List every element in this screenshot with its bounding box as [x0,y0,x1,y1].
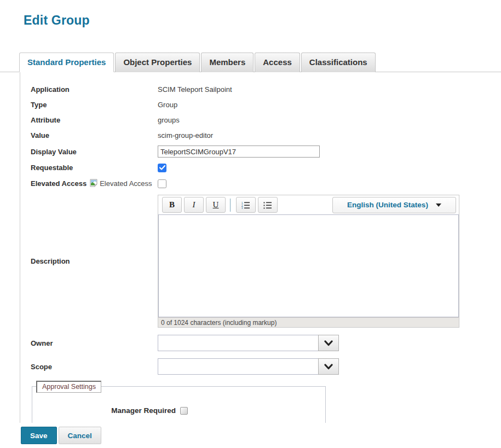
elevated-access-checkbox[interactable] [158,179,166,188]
check-icon [159,165,165,170]
elevated-access-label-text: Elevated Access [31,179,87,188]
tab-access[interactable]: Access [255,53,300,72]
cancel-button[interactable]: Cancel [59,427,101,444]
tab-classifications[interactable]: Classifications [301,53,376,72]
owner-label: Owner [31,339,158,347]
value-row: Value scim-group-editor [20,130,501,141]
footer-toolbar: Save Cancel [0,423,501,448]
type-row: Type Group [20,100,501,110]
display-value-row: Display Value [20,146,501,158]
application-label: Application [31,85,158,94]
tab-object-properties[interactable]: Object Properties [115,53,200,72]
description-label: Description [31,257,158,265]
scope-input[interactable] [158,358,318,375]
italic-button[interactable]: I [184,197,204,213]
requestable-checkbox[interactable] [158,164,166,172]
description-row: Description B I U 1 2 3 [20,195,501,328]
ordered-list-button[interactable]: 1 2 3 [236,197,256,213]
elevated-access-alt-text: Elevated Access [100,179,152,188]
owner-input[interactable] [158,335,318,351]
application-value: SCIM Teleport Sailpoint [158,85,232,94]
description-editor: B I U 1 2 3 [158,195,459,328]
language-dropdown[interactable]: English (United States) [332,197,456,213]
elevated-access-label: Elevated Access Elevated Access [31,179,158,188]
attribute-value: groups [158,116,180,124]
owner-row: Owner [20,335,501,351]
type-label: Type [31,101,158,109]
description-text-area[interactable] [158,214,459,317]
application-row: Application SCIM Teleport Sailpoint [20,84,501,95]
chevron-down-icon [324,364,333,370]
toolbar-separator [230,199,231,212]
requestable-label: Requestable [31,164,158,172]
standard-properties-panel: Application SCIM Teleport Sailpoint Type… [20,72,501,423]
tab-standard-properties[interactable]: Standard Properties [19,53,114,72]
owner-combo [158,335,339,351]
scope-row: Scope [20,358,501,375]
requestable-row: Requestable [20,163,501,172]
caret-down-icon [436,203,441,207]
scope-label: Scope [31,363,158,371]
underline-button[interactable]: U [206,197,226,213]
manager-required-checkbox[interactable] [180,407,188,415]
attribute-label: Attribute [31,116,158,124]
elevated-access-row: Elevated Access Elevated Access [20,179,501,188]
value-value: scim-group-editor [158,131,213,139]
bullet-list-icon [263,201,272,209]
tab-members[interactable]: Members [201,53,254,72]
display-value-label: Display Value [31,148,158,156]
broken-image-icon [90,179,99,188]
tab-strip: Standard Properties Object Properties Me… [0,52,501,72]
chevron-down-icon [324,340,333,346]
page-title: Edit Group [24,13,501,28]
character-count: 0 of 1024 characters (including markup) [158,317,459,327]
approval-settings-legend: Approval Settings [36,381,101,393]
ordered-list-icon: 1 2 3 [241,201,250,209]
language-dropdown-label: English (United States) [347,201,428,209]
type-value: Group [158,101,177,109]
scope-dropdown-button[interactable] [318,358,339,375]
scope-combo [158,358,339,375]
owner-dropdown-button[interactable] [318,335,339,351]
svg-text:3: 3 [241,207,243,209]
manager-required-row: Manager Required [32,406,325,415]
editor-toolbar: B I U 1 2 3 [158,195,459,214]
manager-required-label: Manager Required [32,406,176,415]
value-label: Value [31,131,158,139]
attribute-row: Attribute groups [20,115,501,125]
display-value-input[interactable] [158,146,320,158]
bold-button[interactable]: B [162,197,182,213]
save-button[interactable]: Save [21,427,57,444]
bullet-list-button[interactable] [258,197,278,213]
